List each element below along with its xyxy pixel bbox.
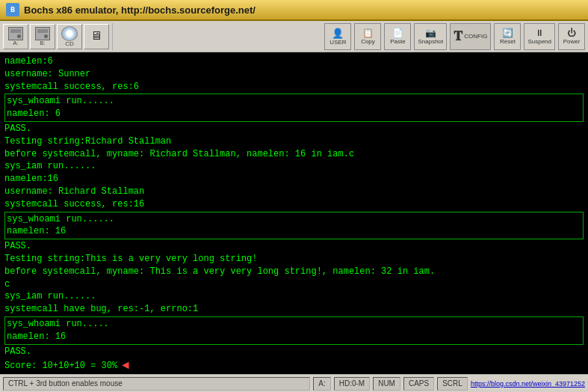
status-bar: CTRL + 3rd button enables mouse A: HD:0-… (0, 374, 588, 392)
line-12: systemcall success, res:16 (4, 198, 584, 211)
line-18: c (4, 278, 584, 291)
line-21: sys_whoami run..... (7, 318, 581, 331)
red-arrow-icon: ◄ (122, 358, 129, 374)
status-drive: A: (313, 377, 330, 391)
line-13: sys_whoami run...... (7, 213, 581, 226)
power-button[interactable]: ⏻ Power (558, 23, 585, 50)
toolbar-drives-group: A: B: CD 🖥 (3, 23, 113, 50)
line-15: PASS. (4, 240, 584, 253)
power-label: Power (563, 38, 581, 45)
suspend-button[interactable]: ⏸ Suspend (524, 23, 555, 50)
line-8: before systemcall, myname: Richard Stall… (4, 148, 584, 161)
paste-button[interactable]: 📄 Paste (384, 23, 411, 50)
reset-button[interactable]: 🔄 Reset (494, 23, 521, 50)
line-4: sys_whoami run...... (7, 95, 581, 108)
copy-label: Copy (361, 38, 375, 45)
status-disk-info: HD:0-M (334, 377, 370, 391)
suspend-label: Suspend (527, 38, 551, 45)
status-mouse-hint: CTRL + 3rd button enables mouse (3, 377, 310, 391)
line-5: namelen: 6 (7, 108, 581, 120)
highlight-block-3: sys_whoami run..... namelen: 16 (4, 316, 584, 345)
line-6: PASS. (4, 123, 584, 135)
paste-label: Paste (390, 38, 405, 45)
drive-b-button[interactable]: B: (30, 24, 55, 49)
app-icon: B (6, 3, 19, 16)
toolbar-right: 👤 USER 📋 Copy 📄 Paste 📷 Snapshot 𝐓 CONFI… (324, 23, 585, 50)
terminal-output: namelen:6 username: Sunner systemcall su… (0, 52, 588, 374)
copy-button[interactable]: 📋 Copy (354, 23, 381, 50)
user-button[interactable]: 👤 USER (324, 23, 351, 50)
drive-a-button[interactable]: A: (3, 24, 28, 49)
line-3: systemcall success, res:6 (4, 81, 584, 94)
toolbar: A: B: CD 🖥 👤 USER 📋 Copy (0, 21, 588, 52)
drive-cd-button[interactable]: CD (57, 24, 82, 49)
title-bar-text: Bochs x86 emulator, http://bochs.sourcef… (24, 4, 256, 16)
reset-label: Reset (500, 38, 516, 45)
line-16: Testing string:This is a very very long … (4, 253, 584, 266)
line-1: namelen:6 (4, 55, 584, 68)
drive-a-label: A: (13, 40, 19, 46)
config-t-icon: 𝐓 (454, 28, 462, 44)
line-20: systemcall have bug, res:-1, errno:1 (4, 303, 584, 316)
highlight-block-2: sys_whoami run...... namelen: 16 (4, 212, 584, 240)
highlight-block-1: sys_whoami run...... namelen: 6 (4, 94, 584, 122)
score-line: Score: 10+10+10 = 30% ◄ (4, 358, 584, 374)
boot-button[interactable]: 🖥 (84, 24, 109, 49)
snapshot-label: Snapshot (418, 38, 443, 45)
line-10: namelen:16 (4, 173, 584, 186)
line-7: Testing string:Richard Stallman (4, 135, 584, 148)
snapshot-button[interactable]: 📷 Snapshot (414, 23, 447, 50)
line-11: username: Richard Stallman (4, 186, 584, 198)
status-url[interactable]: https://blog.csdn.net/weixin_43971252 (471, 380, 585, 388)
drive-b-label: B: (40, 40, 46, 46)
status-scrl: SCRL (437, 377, 468, 391)
drive-cd-label: CD (65, 41, 74, 47)
line-14: namelen: 16 (7, 225, 581, 238)
line-19: sys_iam run...... (4, 290, 584, 303)
config-label: CONFIG (464, 33, 487, 40)
status-num: NUM (373, 377, 400, 391)
line-2: username: Sunner (4, 68, 584, 81)
line-22: namelen: 16 (7, 331, 581, 343)
user-label: USER (329, 39, 346, 46)
line-23: PASS. (4, 346, 584, 358)
status-caps: CAPS (403, 377, 434, 391)
title-bar: B Bochs x86 emulator, http://bochs.sourc… (0, 0, 588, 21)
line-24: Score: 10+10+10 = 30% (4, 360, 117, 373)
line-17: before systemcall, myname: This is a ver… (4, 266, 584, 278)
line-9: sys_iam run...... (4, 160, 584, 173)
